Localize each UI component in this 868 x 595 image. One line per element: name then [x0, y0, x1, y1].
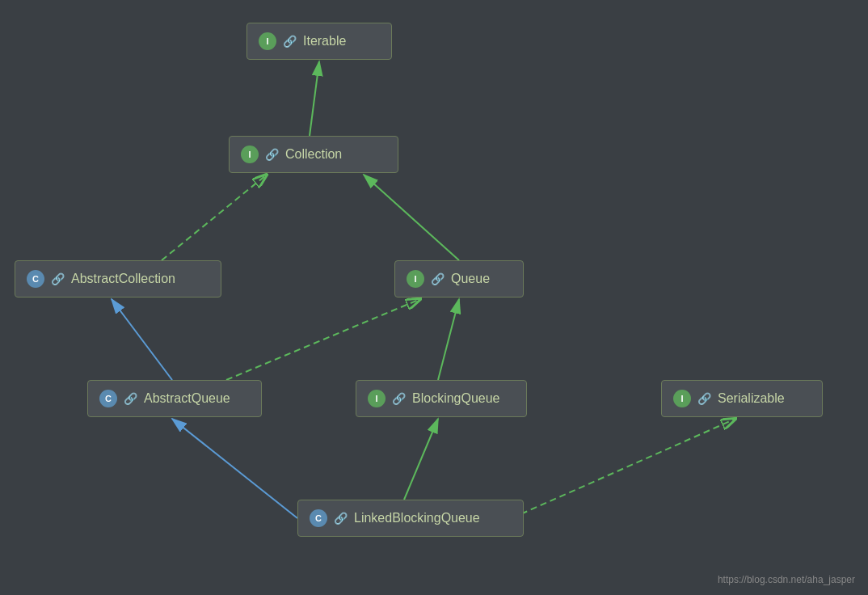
link-icon-blocking-queue: 🔗: [392, 392, 406, 405]
label-blocking-queue: BlockingQueue: [412, 391, 500, 406]
link-icon-abstract-collection: 🔗: [51, 272, 65, 285]
interface-badge-collection: I: [241, 146, 259, 163]
label-iterable: Iterable: [303, 34, 346, 49]
arrow-abstractqueue-abstractcollection: [112, 299, 172, 380]
node-serializable: I 🔗 Serializable: [661, 380, 823, 417]
arrow-linkedblockingqueue-blockingqueue: [404, 419, 438, 500]
label-linked-blocking-queue: LinkedBlockingQueue: [354, 511, 480, 525]
arrow-linkedblockingqueue-serializable: [512, 419, 735, 518]
interface-badge-iterable: I: [259, 32, 276, 50]
link-icon-serializable: 🔗: [697, 392, 711, 405]
label-abstract-collection: AbstractCollection: [71, 272, 175, 286]
class-badge-abstract-queue: C: [99, 390, 117, 407]
arrow-abstractqueue-queue: [226, 299, 420, 380]
link-icon-linked-blocking-queue: 🔗: [334, 512, 348, 525]
label-serializable: Serializable: [718, 391, 785, 406]
node-iterable: I 🔗 Iterable: [246, 23, 392, 60]
link-icon-queue: 🔗: [431, 272, 445, 285]
node-abstract-queue: C 🔗 AbstractQueue: [87, 380, 262, 417]
arrow-abstractcollection-collection: [162, 175, 267, 260]
arrow-blockingqueue-queue: [438, 299, 459, 380]
node-linked-blocking-queue: C 🔗 LinkedBlockingQueue: [297, 500, 524, 537]
node-blocking-queue: I 🔗 BlockingQueue: [356, 380, 527, 417]
interface-badge-serializable: I: [673, 390, 691, 407]
link-icon-abstract-queue: 🔗: [124, 392, 137, 405]
interface-badge-blocking-queue: I: [368, 390, 386, 407]
node-queue: I 🔗 Queue: [394, 260, 524, 298]
diagram-container: I 🔗 Iterable I 🔗 Collection C 🔗 Abstract…: [0, 0, 868, 595]
class-badge-linked-blocking-queue: C: [310, 509, 327, 527]
interface-badge-queue: I: [407, 270, 424, 288]
arrow-collection-iterable: [310, 61, 319, 136]
node-collection: I 🔗 Collection: [229, 136, 398, 173]
link-icon-iterable: 🔗: [283, 35, 297, 48]
link-icon-collection: 🔗: [265, 148, 279, 161]
watermark: https://blog.csdn.net/aha_jasper: [718, 574, 855, 585]
class-badge-abstract-collection: C: [27, 270, 44, 288]
label-abstract-queue: AbstractQueue: [144, 391, 230, 406]
label-queue: Queue: [451, 272, 490, 286]
arrow-queue-collection: [364, 175, 459, 260]
arrow-linkedblockingqueue-abstractqueue: [172, 419, 297, 518]
label-collection: Collection: [285, 147, 342, 162]
node-abstract-collection: C 🔗 AbstractCollection: [15, 260, 221, 298]
